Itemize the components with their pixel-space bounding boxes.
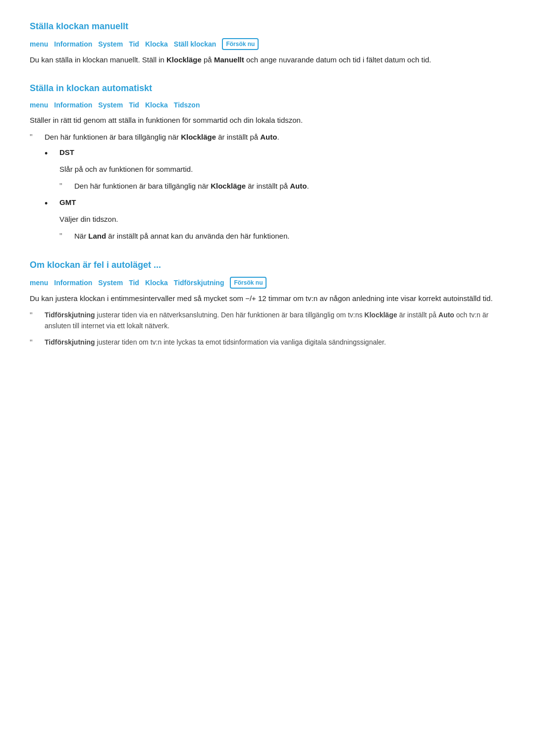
section-title-1: Ställa klockan manuellt bbox=[30, 20, 505, 33]
list-item-quote-1: " Den här funktionen är bara tillgänglig… bbox=[30, 131, 505, 144]
breadcrumb-3: menu Information System Tid Klocka Tidfö… bbox=[30, 277, 505, 289]
body-text-1-mid: på bbox=[202, 55, 214, 64]
dst-subquote: " Den här funktionen är bara tillgänglig… bbox=[59, 180, 505, 193]
section-om-klockan-fel: Om klockan är fel i autoläget ... menu I… bbox=[30, 258, 505, 349]
breadcrumb-tidforskjutning: Tidförskjutning bbox=[174, 278, 224, 288]
breadcrumb-2: menu Information System Tid Klocka Tidsz… bbox=[30, 100, 505, 110]
klocklage-bold-3a: Klockläge bbox=[365, 311, 397, 319]
try-now-badge-3[interactable]: Försök nu bbox=[230, 277, 267, 289]
section-title-3: Om klockan är fel i autoläget ... bbox=[30, 258, 505, 272]
breadcrumb-system-2: System bbox=[98, 100, 123, 110]
bullet-dst: • DST bbox=[45, 147, 505, 160]
section-stalla-klockan-manuellt: Ställa klockan manuellt menu Information… bbox=[30, 20, 505, 66]
note-marker-2: " bbox=[30, 337, 45, 349]
breadcrumb-klocka-3: Klocka bbox=[145, 278, 168, 288]
body-text-1-end: och ange nuvarande datum och tid i fälte… bbox=[244, 55, 431, 64]
bullet-title-dst: DST bbox=[59, 147, 505, 158]
bullet-gmt-container: • GMT Väljer din tidszon. " När Land är … bbox=[45, 197, 505, 243]
quote-marker-1: " bbox=[30, 131, 45, 144]
breadcrumb-system-1: System bbox=[98, 39, 123, 50]
note-item-1: " Tidförskjutning justerar tiden via en … bbox=[30, 309, 505, 332]
breadcrumb-stall-klockan: Ställ klockan bbox=[174, 39, 216, 50]
breadcrumb-information-2: Information bbox=[54, 100, 92, 110]
auto-bold-3a: Auto bbox=[438, 311, 454, 319]
gmt-subquote: " När Land är inställt på annat kan du a… bbox=[59, 230, 505, 243]
breadcrumb-tidszon: Tidszon bbox=[174, 100, 200, 110]
bullet-dst-container: • DST Slår på och av funktionen för somm… bbox=[45, 147, 505, 193]
breadcrumb-klocka-2: Klocka bbox=[145, 100, 168, 110]
breadcrumb-menu-1: menu bbox=[30, 39, 48, 50]
bullet-gmt: • GMT bbox=[45, 197, 505, 210]
body-text-1-start: Du kan ställa in klockan manuellt. Ställ… bbox=[30, 55, 166, 64]
note-marker-1: " bbox=[30, 309, 45, 322]
note-text-1: Tidförskjutning justerar tiden via en nä… bbox=[45, 309, 505, 332]
breadcrumb-klocka-1: Klocka bbox=[145, 39, 168, 50]
gmt-body-text: Väljer din tidszon. bbox=[59, 213, 505, 225]
dst-subquote-text: Den här funktionen är bara tillgänglig n… bbox=[74, 180, 505, 192]
auto-bold-dst: Auto bbox=[290, 182, 307, 190]
body-text-1: Du kan ställa in klockan manuellt. Ställ… bbox=[30, 54, 505, 66]
tidforskjutning-bold-2: Tidförskjutning bbox=[45, 338, 95, 346]
gmt-body: Väljer din tidszon. " När Land är instäl… bbox=[59, 213, 505, 243]
dst-body-text: Slår på och av funktionen för sommartid. bbox=[59, 163, 505, 175]
note-item-2: " Tidförskjutning justerar tiden om tv:n… bbox=[30, 337, 505, 349]
breadcrumb-1: menu Information System Tid Klocka Ställ… bbox=[30, 38, 505, 50]
klocklage-bold-2a: Klockläge bbox=[181, 133, 216, 141]
section-title-2: Ställa in klockan automatiskt bbox=[30, 82, 505, 95]
bullet-marker-dst: • bbox=[45, 147, 59, 160]
breadcrumb-menu-2: menu bbox=[30, 100, 48, 110]
bullet-title-gmt: GMT bbox=[59, 197, 505, 208]
section-stalla-klockan-automatiskt: Ställa in klockan automatiskt menu Infor… bbox=[30, 82, 505, 243]
breadcrumb-menu-3: menu bbox=[30, 278, 48, 288]
tidforskjutning-bold-1: Tidförskjutning bbox=[45, 311, 95, 319]
gmt-subquote-text: När Land är inställt på annat kan du anv… bbox=[74, 230, 505, 242]
auto-bold-2a: Auto bbox=[260, 133, 277, 141]
dst-body: Slår på och av funktionen för sommartid.… bbox=[59, 163, 505, 193]
breadcrumb-information-3: Information bbox=[54, 278, 92, 288]
breadcrumb-information-1: Information bbox=[54, 39, 92, 50]
list-text-quote-1: Den här funktionen är bara tillgänglig n… bbox=[45, 131, 505, 143]
breadcrumb-tid-3: Tid bbox=[129, 278, 139, 288]
body-bold-manuellt: Manuellt bbox=[214, 55, 244, 64]
breadcrumb-tid-2: Tid bbox=[129, 100, 139, 110]
breadcrumb-tid-1: Tid bbox=[129, 39, 139, 50]
land-bold-gmt: Land bbox=[88, 232, 106, 240]
breadcrumb-system-3: System bbox=[98, 278, 123, 288]
try-now-badge-1[interactable]: Försök nu bbox=[222, 38, 259, 50]
klocklage-bold-dst: Klockläge bbox=[211, 182, 246, 190]
dst-subquote-marker: " bbox=[59, 180, 74, 193]
note-text-2: Tidförskjutning justerar tiden om tv:n i… bbox=[45, 337, 505, 348]
body-text-3: Du kan justera klockan i entimmesinterva… bbox=[30, 293, 505, 304]
bullet-marker-gmt: • bbox=[45, 197, 59, 210]
body-bold-klocklage-1: Klockläge bbox=[166, 55, 202, 64]
gmt-subquote-marker: " bbox=[59, 230, 74, 243]
body-text-2: Ställer in rätt tid genom att ställa in … bbox=[30, 114, 505, 126]
